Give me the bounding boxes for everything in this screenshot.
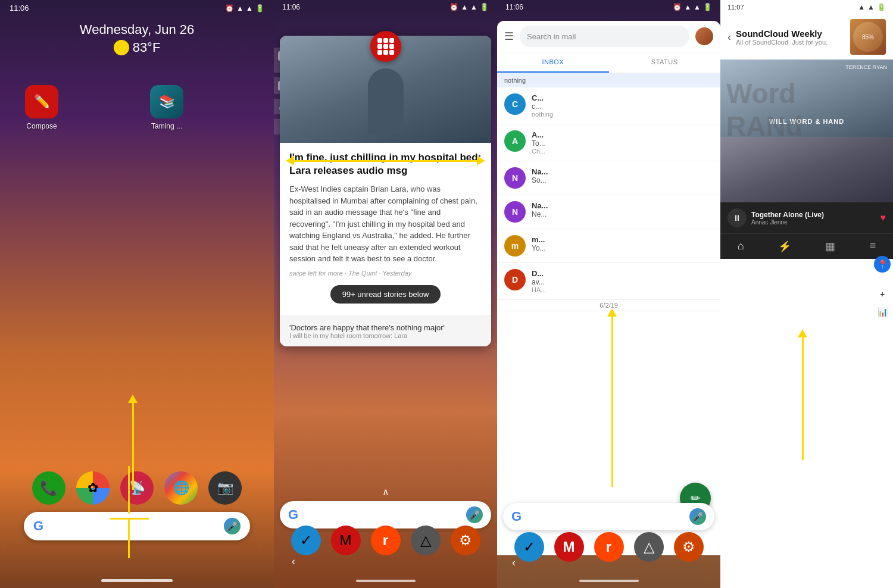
gmail-search-bar[interactable]: Search in mail xyxy=(520,26,689,47)
wifi-icon-4: ▲ xyxy=(867,3,875,11)
email-from-1: C... xyxy=(532,93,707,102)
assistant-mic-3[interactable]: 🎤 xyxy=(689,508,706,525)
phone-icon[interactable]: 📞 xyxy=(32,471,65,505)
panel3-content: 11:06 ⏰ ▲ ▲ 🔋 ☰ Search in mail INBOX xyxy=(497,0,720,588)
album2-bg xyxy=(720,137,893,202)
gmail-tabs: INBOX STATUS xyxy=(497,52,720,73)
taming-label: Taming ... xyxy=(151,122,182,130)
settings-icon-2[interactable]: ⚙ xyxy=(451,526,480,555)
panel3-dock: ✓ M r △ ⚙ xyxy=(497,532,720,562)
drive-icon-2[interactable]: △ xyxy=(411,526,441,555)
compose-app-icon[interactable]: ✏️ xyxy=(25,85,58,118)
panel2-back-button[interactable]: ‹ xyxy=(292,555,295,568)
battery-icon-3: 🔋 xyxy=(703,3,712,11)
wifi-icon-2: ▲ xyxy=(470,3,477,11)
email-item-6[interactable]: D D... av... HA... xyxy=(497,263,720,300)
email-item-3[interactable]: N Na... So... xyxy=(497,161,720,195)
arrow-line-4 xyxy=(802,337,804,460)
signal-icon-2: ▲ xyxy=(461,3,468,11)
taming-app-icon[interactable]: 📚 xyxy=(150,85,183,118)
google-logo-2: G xyxy=(288,507,298,523)
tab-status[interactable]: STATUS xyxy=(609,52,721,73)
battery-icon: 🔋 xyxy=(255,4,264,12)
panel-news-widget: 11:06 ⏰ ▲ ▲ 🔋 🔗 ℹ xyxy=(274,0,497,588)
home-icon-taming[interactable]: 📚 Taming ... xyxy=(146,85,188,130)
sc-back-button[interactable]: ‹ xyxy=(727,31,731,43)
sc-header-right: 85% xyxy=(850,19,886,55)
sc-library-nav-icon[interactable]: ▦ xyxy=(825,240,835,253)
status-bar-panel3: 11:06 ⏰ ▲ ▲ 🔋 xyxy=(497,0,720,14)
email-from-2: A... xyxy=(532,130,707,139)
sc-player: ⏸ Together Alone (Live) Annac Jlenne ♥ xyxy=(720,202,893,233)
sc-user-avatar[interactable]: 85% xyxy=(850,19,886,55)
drive-icon-3[interactable]: △ xyxy=(634,532,664,562)
arrow-horizontal-2 xyxy=(286,156,485,165)
arrow-line-3 xyxy=(611,317,613,487)
clock-icon-2[interactable]: ✓ xyxy=(291,526,321,555)
home-weather: 83°F xyxy=(0,40,274,55)
panel4-content: 11:07 ▲ ▲ 🔋 ‹ SoundCloud Weekly All of S… xyxy=(720,0,893,588)
news-card-bottom: 'Doctors are happy that there's nothing … xyxy=(280,315,491,346)
email-item-5[interactable]: m m... Yo... xyxy=(497,229,720,263)
email-subject-2: To... xyxy=(532,139,707,148)
news-widget-button[interactable] xyxy=(370,31,401,62)
camera-icon[interactable]: 📷 xyxy=(208,471,242,505)
gmail-status-row: nothing xyxy=(497,73,720,87)
sc-bolt-nav-icon[interactable]: ⚡ xyxy=(778,240,791,253)
panel2-search-bar[interactable]: G 🎤 xyxy=(280,501,491,528)
email-subject-1: c... xyxy=(532,102,707,111)
avatar-3: N xyxy=(504,167,526,189)
google-assistant-mic[interactable]: 🎤 xyxy=(224,518,241,534)
alarm-icon-2: ⏰ xyxy=(449,3,458,11)
home-bar-1 xyxy=(101,579,173,582)
tab-inbox[interactable]: INBOX xyxy=(497,52,609,73)
email-from-4: Na... xyxy=(532,201,707,210)
gmail-icon-3[interactable]: M xyxy=(554,532,584,562)
gmail-search-label: Search in mail xyxy=(527,32,576,41)
chart-bar-icon[interactable]: 📊 xyxy=(874,304,891,320)
unread-stories-button[interactable]: 99+ unread stories below xyxy=(330,285,441,304)
news-bottom-sub: I will be in my hotel room tomorrow: Lar… xyxy=(289,332,482,339)
status-icons-1: ⏰ ▲ ▲ 🔋 xyxy=(225,4,264,12)
photos-icon[interactable]: ✿ xyxy=(76,471,110,505)
sc-play-pause-button[interactable]: ⏸ xyxy=(727,208,747,227)
news-body: Ex-West Indies captain Brian Lara, who w… xyxy=(289,183,482,265)
map-pin-icon[interactable]: 📍 xyxy=(874,256,891,273)
home-icon-compose[interactable]: ✏️ Compose xyxy=(21,85,63,130)
figure-silhouette xyxy=(368,68,404,134)
reddit-icon-2[interactable]: r xyxy=(371,526,401,555)
sc-subtitle: All of SoundCloud. Just for you. xyxy=(736,39,845,46)
status-icons-3: ⏰ ▲ ▲ 🔋 xyxy=(673,3,712,11)
search-bar-panel1[interactable]: G 🎤 xyxy=(24,512,250,540)
panel3-search-bar[interactable]: G 🎤 xyxy=(503,503,714,530)
status-bar-panel1: 11:06 ⏰ ▲ ▲ 🔋 xyxy=(0,0,274,16)
gmail-icon-2[interactable]: M xyxy=(331,526,361,555)
sc-heart-icon[interactable]: ♥ xyxy=(880,212,886,223)
settings-icon-3[interactable]: ⚙ xyxy=(674,532,704,562)
arrow-line-1 xyxy=(132,403,134,490)
clock-icon-3[interactable]: ✓ xyxy=(514,532,544,562)
sc-menu-nav-icon[interactable]: ≡ xyxy=(870,240,876,253)
signal-icon: ▲ xyxy=(236,4,243,12)
hamburger-menu-icon[interactable]: ☰ xyxy=(504,30,514,43)
wifi-icon: ▲ xyxy=(246,4,253,12)
user-avatar-3[interactable] xyxy=(695,27,713,45)
email-item-4[interactable]: N Na... Ne... xyxy=(497,195,720,229)
arrow-up-3 xyxy=(607,308,617,487)
grid-dots-icon xyxy=(377,38,394,55)
avatar-circle: 85% xyxy=(853,22,883,52)
assistant-mic-2[interactable]: 🎤 xyxy=(466,506,483,523)
email-item-2[interactable]: A A... To... Ch... xyxy=(497,124,720,161)
email-item-1[interactable]: C C... c... nothing xyxy=(497,87,720,124)
email-subject-6: av... xyxy=(532,278,707,286)
email-preview-1: nothing xyxy=(532,111,707,118)
panel2-chevron: ∧ xyxy=(382,486,389,498)
reddit-icon-3[interactable]: r xyxy=(594,532,624,562)
panel3-back-button[interactable]: ‹ xyxy=(512,556,516,569)
arrow-head-up-1 xyxy=(128,395,138,403)
battery-icon-4: 🔋 xyxy=(877,3,886,11)
status-bar-panel4: 11:07 ▲ ▲ 🔋 xyxy=(720,0,893,14)
sc-home-nav-icon[interactable]: ⌂ xyxy=(738,240,744,253)
plus-icon[interactable]: + xyxy=(874,286,891,302)
chrome-icon[interactable]: 🌐 xyxy=(164,471,198,505)
